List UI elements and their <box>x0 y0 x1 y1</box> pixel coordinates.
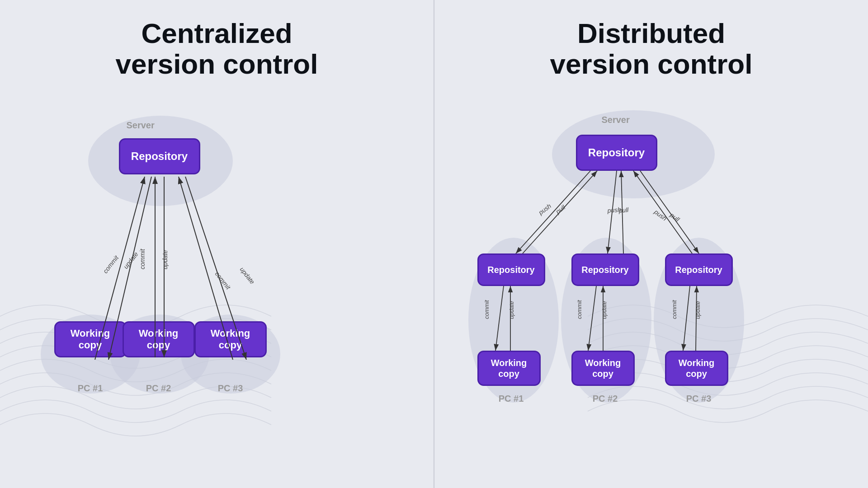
svg-text:pull: pull <box>554 203 567 216</box>
left-title: Centralized version control <box>116 18 318 80</box>
svg-text:update: update <box>238 266 256 286</box>
pc3-label-left: PC #3 <box>194 383 267 394</box>
left-panel: Centralized version control Server Repos… <box>0 0 434 488</box>
dist-central-repo: Repository <box>576 135 657 171</box>
svg-text:pull: pull <box>618 206 629 214</box>
server-label-left: Server <box>127 120 155 131</box>
svg-text:commit: commit <box>139 249 146 269</box>
dist-repo3: Repository <box>665 253 733 286</box>
svg-text:commit: commit <box>213 270 232 291</box>
svg-text:pull: pull <box>668 211 681 223</box>
server-label-right: Server <box>602 115 630 125</box>
svg-text:update: update <box>122 250 139 270</box>
svg-text:commit: commit <box>101 254 120 275</box>
wc3-left: Workingcopy <box>194 321 267 357</box>
svg-text:update: update <box>161 250 169 269</box>
right-panel: Distributed version control Server Repos… <box>434 0 868 488</box>
dist-repo2: Repository <box>571 253 639 286</box>
wc2-left: Workingcopy <box>123 321 195 357</box>
wc1-left: Workingcopy <box>54 321 127 357</box>
dist-wc1: Workingcopy <box>477 351 541 386</box>
pc1-label-left: PC #1 <box>54 383 127 394</box>
dist-wc2: Workingcopy <box>571 351 635 386</box>
dist-repo1: Repository <box>477 253 545 286</box>
dist-pc1-label: PC #1 <box>477 394 545 404</box>
dist-wc3: Workingcopy <box>665 351 728 386</box>
dist-pc3-label: PC #3 <box>665 394 733 404</box>
pc2-label-left: PC #2 <box>123 383 195 394</box>
dist-pc2-label: PC #2 <box>571 394 639 404</box>
svg-text:push: push <box>606 206 621 215</box>
right-title: Distributed version control <box>550 18 753 80</box>
centralized-diagram: Server Repository Workingcopy Workingcop… <box>47 93 387 446</box>
svg-text:push: push <box>652 208 668 222</box>
central-repo-box: Repository <box>119 138 200 174</box>
svg-text:push: push <box>537 202 552 217</box>
distributed-diagram: Server Repository Repository Repository … <box>464 93 839 464</box>
